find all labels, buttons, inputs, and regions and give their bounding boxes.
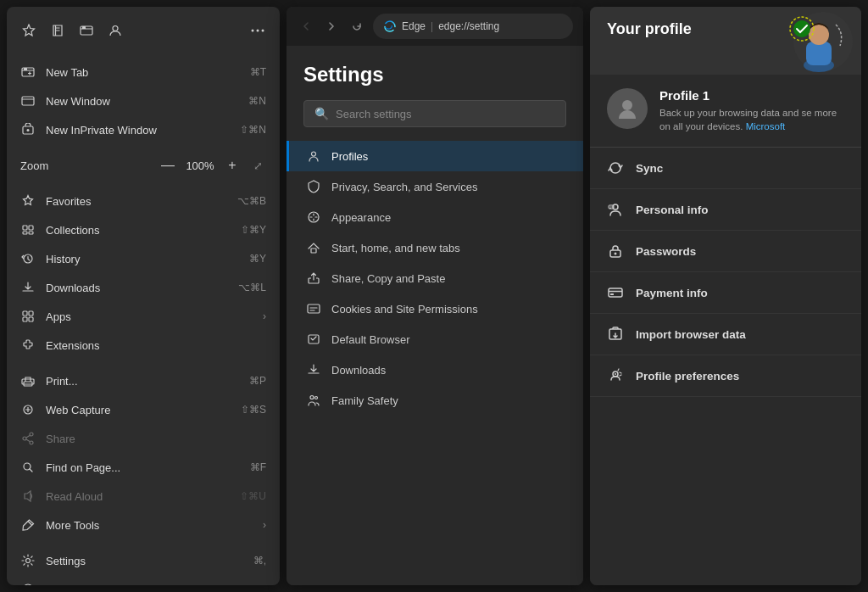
settings-search-bar[interactable]: 🔍 <box>303 100 566 127</box>
refresh-button[interactable] <box>348 17 366 36</box>
svg-rect-1 <box>82 26 86 29</box>
edge-logo-icon <box>383 20 397 33</box>
profile-user-info: Profile 1 Back up your browsing data and… <box>659 88 844 133</box>
default-nav-icon <box>306 332 321 347</box>
menu-toolbar <box>7 14 280 47</box>
menu-item-favorites[interactable]: Favorites ⌥⌘B <box>7 187 280 215</box>
appearance-nav-label: Appearance <box>331 211 391 224</box>
svg-rect-47 <box>609 288 622 297</box>
apps-icon <box>20 309 36 324</box>
menu-item-inprivate[interactable]: New InPrivate Window ⇧⌘N <box>7 115 280 144</box>
settings-nav-appearance[interactable]: Appearance <box>287 202 583 232</box>
inprivate-label: New InPrivate Window <box>46 124 230 137</box>
settings-nav-profiles[interactable]: Profiles <box>287 141 583 171</box>
favorites-label: Favorites <box>46 195 227 208</box>
help-arrow: › <box>263 584 266 585</box>
svg-point-3 <box>252 30 254 32</box>
svg-rect-11 <box>23 226 27 230</box>
default-nav-label: Default Browser <box>331 333 409 346</box>
tab-toolbar-icon[interactable] <box>75 19 98 42</box>
menu-item-settings[interactable]: Settings ⌘, <box>7 546 280 575</box>
family-nav-icon <box>306 393 321 408</box>
print-label: Print... <box>46 375 239 388</box>
profile-menu-passwords[interactable]: Passwords <box>590 231 861 272</box>
microsoft-link[interactable]: Microsoft <box>746 121 786 131</box>
read-aloud-label: Read Aloud <box>46 490 230 503</box>
more-tools-icon <box>20 517 36 533</box>
settings-nav-privacy[interactable]: Privacy, Search, and Services <box>287 171 583 202</box>
profile-menu-preferences[interactable]: Profile preferences <box>590 355 861 397</box>
menu-item-print[interactable]: Print... ⌘P <box>7 366 280 395</box>
more-toolbar-button[interactable] <box>246 19 270 42</box>
profiles-nav-icon <box>306 148 321 164</box>
menu-item-downloads[interactable]: Downloads ⌥⌘L <box>7 273 280 302</box>
downloads-label: Downloads <box>46 282 228 294</box>
zoom-increase-button[interactable]: + <box>222 155 242 176</box>
menu-item-extensions[interactable]: Extensions <box>7 331 280 360</box>
downloads-icon <box>20 280 36 295</box>
menu-item-new-window[interactable]: New Window ⌘N <box>7 87 280 115</box>
downloads-shortcut: ⌥⌘L <box>238 282 266 293</box>
svg-point-27 <box>23 584 33 585</box>
settings-nav-downloads[interactable]: Downloads <box>287 355 583 385</box>
apps-arrow: › <box>263 310 266 322</box>
menu-item-find[interactable]: Find on Page... ⌘F <box>7 453 280 482</box>
menu-item-apps[interactable]: Apps › <box>7 302 280 331</box>
web-capture-label: Web Capture <box>46 404 231 416</box>
svg-point-4 <box>257 30 259 32</box>
reading-list-toolbar-icon[interactable] <box>46 19 70 42</box>
profile-menu-sync[interactable]: Sync <box>590 148 861 189</box>
zoom-value: 100% <box>185 159 215 172</box>
web-capture-icon <box>20 402 36 417</box>
svg-point-22 <box>30 433 33 436</box>
profile-user-name: Profile 1 <box>659 88 844 103</box>
settings-nav-cookies[interactable]: Cookies and Site Permissions <box>287 293 583 324</box>
browser-name-label: Edge <box>402 20 426 32</box>
settings-nav-family[interactable]: Family Safety <box>287 385 583 416</box>
forward-button[interactable] <box>322 17 341 36</box>
settings-content: Settings 🔍 Profiles Privacy, Search, an <box>287 46 583 585</box>
address-bar[interactable]: Edge | edge://setting <box>373 14 573 39</box>
profile-menu-personal-info[interactable]: Personal info <box>590 189 861 231</box>
svg-rect-18 <box>29 317 33 321</box>
favorites-toolbar-icon[interactable] <box>17 19 41 42</box>
profile-menu-payment-info[interactable]: Payment info <box>590 272 861 314</box>
menu-item-history[interactable]: History ⌘Y <box>7 244 280 273</box>
print-shortcut: ⌘P <box>249 375 266 387</box>
menu-item-more-tools[interactable]: More Tools › <box>7 511 280 539</box>
back-button[interactable] <box>297 17 315 36</box>
svg-point-26 <box>26 559 31 563</box>
settings-label: Settings <box>46 555 243 567</box>
menu-item-collections[interactable]: Collections ⇧⌘Y <box>7 215 280 244</box>
read-aloud-icon <box>20 489 36 504</box>
menu-item-new-tab[interactable]: New Tab ⌘T <box>7 58 280 87</box>
svg-point-24 <box>30 441 33 444</box>
profile-user-card: Profile 1 Back up your browsing data and… <box>590 75 861 147</box>
svg-rect-14 <box>29 232 33 234</box>
menu-item-web-capture[interactable]: Web Capture ⇧⌘S <box>7 395 280 424</box>
zoom-decrease-button[interactable]: — <box>158 155 178 176</box>
svg-point-42 <box>622 100 632 110</box>
new-window-shortcut: ⌘N <box>248 95 266 107</box>
settings-nav-start[interactable]: Start, home, and new tabs <box>287 232 583 263</box>
inprivate-shortcut: ⇧⌘N <box>240 124 266 136</box>
zoom-expand-button[interactable]: ⤢ <box>249 157 266 174</box>
start-nav-label: Start, home, and new tabs <box>331 242 460 254</box>
print-icon <box>20 373 36 388</box>
privacy-nav-label: Privacy, Search, and Services <box>331 181 477 193</box>
personal-info-icon <box>607 201 624 218</box>
menu-item-help[interactable]: Help and Feedback › <box>7 575 280 585</box>
sync-label: Sync <box>636 162 663 175</box>
settings-nav-default[interactable]: Default Browser <box>287 324 583 355</box>
start-nav-icon <box>306 240 321 255</box>
svg-rect-8 <box>22 97 34 105</box>
profile-menu-import[interactable]: Import browser data <box>590 314 861 355</box>
family-nav-label: Family Safety <box>331 394 398 407</box>
avatar <box>607 88 648 129</box>
downloads-nav-label: Downloads <box>331 364 386 377</box>
profile-toolbar-icon[interactable] <box>103 19 127 42</box>
web-capture-shortcut: ⇧⌘S <box>241 404 266 416</box>
settings-search-input[interactable] <box>336 108 555 120</box>
browser-bar: Edge | edge://setting <box>287 7 583 46</box>
settings-nav-share[interactable]: Share, Copy and Paste <box>287 263 583 293</box>
